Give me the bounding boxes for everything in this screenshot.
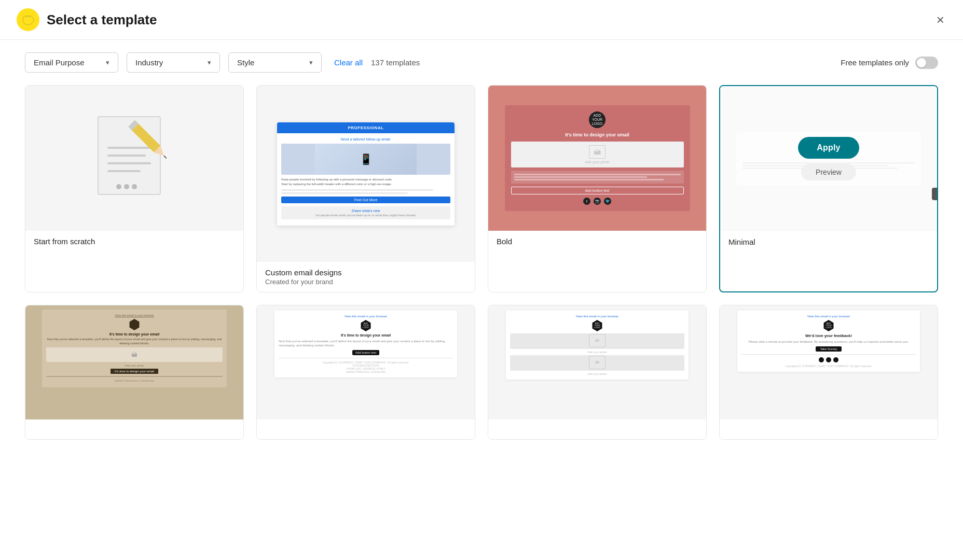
template-card-white2[interactable]: View this email in your browser ADDYOURL…	[488, 305, 707, 440]
white1-copyright: Copyright (C) *|CURRENT_YEAR|* *|LIST:CO…	[279, 361, 453, 373]
template-card-white1[interactable]: View this email in your browser ADDYOURL…	[256, 305, 475, 440]
text-line-1	[281, 189, 433, 191]
feedback-top-link: View this email in your browser	[741, 315, 916, 318]
tan-divider	[46, 376, 223, 377]
card-label-tan	[25, 419, 243, 439]
card-label-minimal: Minimal	[720, 231, 937, 253]
templates-grid: Start from scratch PROFESSIONAL Send a t…	[25, 85, 938, 440]
custom-body-text: Keep people involved by following up wit…	[281, 177, 450, 187]
card-name-minimal: Minimal	[728, 237, 929, 246]
tan-cta: It's time to design your email	[111, 369, 158, 374]
feedback-ig-icon	[826, 357, 831, 362]
tan-top-link: View this email in your browser	[46, 314, 223, 317]
template-card-feedback[interactable]: View this email in your browser ADDYOURL…	[719, 305, 938, 440]
white1-headline: It's time to design your email	[279, 333, 453, 337]
white2-photo2: 🏔	[510, 355, 684, 371]
template-count: 137 templates	[371, 58, 420, 67]
bold-cta-btn: Add button text	[511, 187, 684, 194]
bold-line-1	[514, 174, 681, 175]
free-templates-section: Free templates only	[841, 57, 938, 69]
feedback-tw-icon	[833, 357, 838, 362]
share-subtext: Let people know what you've been up to o…	[284, 214, 447, 217]
facebook-icon: f	[583, 198, 590, 205]
card-label-custom: Custom email designs Created for your br…	[257, 262, 475, 292]
image-icon: 🏔	[594, 148, 601, 156]
card-preview-scratch	[25, 86, 243, 231]
custom-card-image: 📱	[281, 144, 450, 175]
clear-all-link[interactable]: Clear all	[334, 58, 363, 67]
white1-inner: View this email in your browser ADDYOURL…	[274, 311, 457, 377]
feedback-social	[741, 357, 916, 362]
template-card-custom[interactable]: PROFESSIONAL Send a tailored follow-up e…	[256, 85, 475, 292]
white1-body: Now that you've selected a template, you…	[279, 339, 453, 348]
chevron-down-icon: ▾	[208, 59, 211, 66]
svg-point-16	[132, 184, 137, 189]
photo-placeholder-box: 🏔	[589, 145, 606, 159]
card-name-feedback	[728, 426, 929, 433]
card-preview-minimal: It's time to design your email Apply Pre…	[720, 86, 937, 231]
template-card-bold[interactable]: ADDYOURLOGO It's time to design your ema…	[488, 85, 707, 292]
instagram-icon: 📷	[594, 198, 601, 205]
card-name-scratch: Start from scratch	[34, 237, 235, 246]
white1-cta: Add button text	[352, 350, 379, 355]
share-block: Share what's new Let people know what yo…	[281, 206, 450, 219]
photo-placeholder-box-3: 🏔	[589, 356, 606, 369]
template-card-scratch[interactable]: Start from scratch	[25, 85, 244, 292]
tan-photo-label: Add your photo	[46, 364, 223, 367]
card-label-bold: Bold	[488, 231, 706, 252]
custom-card-body: Send a tailored follow-up email. 📱 Keep …	[277, 133, 454, 226]
feedback-divider	[741, 354, 916, 355]
text-line-2	[281, 192, 408, 194]
feedback-body: Please take a minute to provide your fee…	[741, 340, 916, 344]
card-label-white1	[257, 419, 475, 439]
custom-preview-inner: PROFESSIONAL Send a tailored follow-up e…	[277, 122, 454, 226]
industry-dropdown[interactable]: Industry ▾	[127, 52, 220, 73]
white1-divider	[279, 358, 453, 358]
feedback-cta: Take Survey	[816, 346, 841, 352]
templates-container: Start from scratch PROFESSIONAL Send a t…	[0, 85, 963, 465]
filters-bar: Email Purpose ▾ Industry ▾ Style ▾ Clear…	[0, 40, 963, 85]
card-label-feedback	[720, 419, 938, 439]
apply-button[interactable]: Apply	[798, 137, 859, 159]
white2-inner: View this email in your browser ADDYOURL…	[506, 311, 689, 380]
photo-placeholder-box-2: 🏔	[589, 334, 606, 347]
card-preview-feedback: View this email in your browser ADDYOURL…	[720, 305, 938, 419]
add-photo-label: Add your photo	[585, 160, 609, 164]
free-templates-label: Free templates only	[841, 58, 909, 67]
custom-header-bar: PROFESSIONAL	[277, 122, 454, 133]
card-preview-white2: View this email in your browser ADDYOURL…	[488, 305, 706, 419]
tan-body: Now that you've selected a template, you…	[46, 338, 223, 345]
twitter-icon: 🐦	[604, 198, 611, 205]
free-templates-toggle[interactable]	[915, 57, 938, 69]
bold-line-3	[514, 179, 664, 180]
email-purpose-dropdown[interactable]: Email Purpose ▾	[25, 52, 118, 73]
card-preview-white1: View this email in your browser ADDYOURL…	[257, 305, 475, 419]
preview-button[interactable]: Preview	[801, 164, 856, 180]
template-card-tan[interactable]: View this email in your browser It's tim…	[25, 305, 244, 440]
style-dropdown[interactable]: Style ▾	[228, 52, 322, 73]
page-title: Select a template	[47, 12, 157, 28]
card-name-tan	[34, 426, 235, 433]
bold-photo-box: 🏔 Add your photo	[511, 142, 684, 167]
card-name-bold: Bold	[497, 237, 698, 246]
card-name-white2	[497, 426, 698, 433]
feedback-logo: ADDYOURLOGO	[823, 320, 834, 331]
svg-line-13	[164, 156, 167, 158]
svg-point-15	[124, 184, 129, 189]
feedback-inner: View this email in your browser ADDYOURL…	[737, 311, 920, 372]
page-header: Select a template ×	[0, 0, 963, 40]
card-label-scratch: Start from scratch	[25, 231, 243, 252]
card-preview-bold: ADDYOURLOGO It's time to design your ema…	[488, 86, 706, 231]
template-card-minimal[interactable]: It's time to design your email Apply Pre…	[719, 85, 938, 292]
white2-photo1: 🏔	[510, 333, 684, 349]
card-name-white1	[265, 426, 466, 433]
chevron-down-icon: ▾	[106, 59, 109, 66]
tan-headline: It's time to design your email	[46, 332, 223, 336]
tan-logo	[129, 319, 140, 330]
email-purpose-label: Email Purpose	[34, 58, 85, 67]
white2-top-link: View this email in your browser	[510, 315, 684, 318]
scratch-illustration	[25, 86, 243, 231]
close-button[interactable]: ×	[934, 11, 946, 29]
feedback-headline: We'd love your feedback!	[741, 333, 916, 338]
card-overlay-minimal: Apply Preview	[720, 86, 937, 231]
